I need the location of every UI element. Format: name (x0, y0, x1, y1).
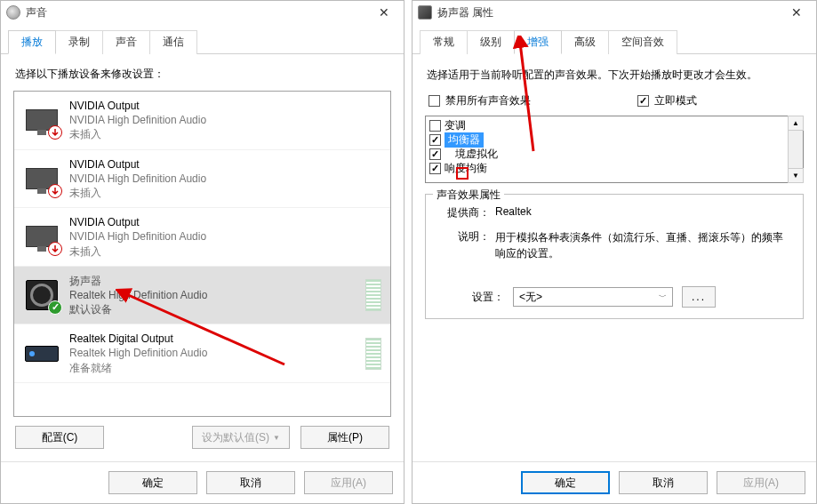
tab-sounds[interactable]: 声音 (102, 30, 150, 54)
arrow-down-icon (48, 125, 62, 140)
provider-value: Realtek (495, 205, 792, 220)
effect-row[interactable]: 环境虚拟化 (428, 147, 786, 161)
configure-button[interactable]: 配置(C) (15, 426, 104, 449)
effect-row[interactable]: 响度均衡 (428, 161, 786, 175)
instruction-text: 选择适用于当前聆听配置的声音效果。下次开始播放时更改才会生效。 (427, 67, 802, 83)
checkbox-icon (429, 95, 440, 107)
level-meter (365, 338, 381, 370)
apply-button: 应用(A) (717, 471, 805, 494)
device-name: NVIDIA Output (69, 215, 381, 229)
chevron-down-icon: ▼ (273, 434, 280, 442)
arrow-down-icon (48, 184, 62, 198)
descr-label: 说明： (437, 229, 490, 261)
tabstrip: 常规 级别 增强 高级 空间音效 (413, 24, 816, 54)
device-status: 未插入 (69, 244, 381, 259)
cancel-button[interactable]: 取消 (619, 471, 708, 494)
effect-row[interactable]: 均衡器 (428, 132, 786, 147)
properties-button[interactable]: 属性(P) (300, 426, 389, 449)
settings-label: 设置： (472, 290, 504, 305)
device-sub: NVIDIA High Definition Audio (69, 172, 381, 186)
scroll-up-icon[interactable]: ▲ (788, 116, 804, 131)
device-row[interactable]: Realtek Digital OutputRealtek High Defin… (14, 324, 390, 383)
device-sub: Realtek High Definition Audio (69, 288, 356, 302)
effect-properties-group: 声音效果属性 提供商： Realtek 说明： 用于模拟各种表演条件（如流行乐、… (425, 194, 804, 319)
provider-label: 提供商： (437, 205, 490, 220)
settings-combo[interactable]: <无> ﹀ (513, 287, 673, 307)
tab-levels[interactable]: 级别 (467, 30, 515, 54)
tab-advanced[interactable]: 高级 (561, 30, 609, 54)
chevron-down-icon: ﹀ (659, 292, 667, 303)
close-icon[interactable]: ✕ (364, 1, 404, 24)
device-sub: NVIDIA High Definition Audio (69, 229, 381, 244)
level-meter (365, 279, 381, 311)
ok-button[interactable]: 确定 (521, 471, 610, 494)
cancel-button[interactable]: 取消 (206, 471, 295, 494)
device-status: 未插入 (69, 186, 381, 200)
device-sub: NVIDIA High Definition Audio (69, 113, 381, 127)
device-text: 扬声器Realtek High Definition Audio默认设备 (69, 274, 356, 317)
device-row[interactable]: 扬声器Realtek High Definition Audio默认设备 (14, 267, 390, 325)
scrollbar[interactable]: ▲ ▼ (788, 116, 803, 182)
device-row[interactable]: NVIDIA OutputNVIDIA High Definition Audi… (14, 208, 390, 267)
disable-all-checkbox[interactable]: 禁用所有声音效果 (429, 93, 531, 108)
effect-label: 环境虚拟化 (445, 147, 498, 162)
device-row[interactable]: NVIDIA OutputNVIDIA High Definition Audi… (14, 150, 390, 209)
group-legend: 声音效果属性 (433, 188, 504, 203)
checkbox-icon (637, 95, 649, 107)
checkbox-icon (429, 148, 441, 160)
device-row[interactable]: NVIDIA OutputNVIDIA High Definition Audi… (14, 92, 390, 150)
sound-icon (6, 5, 20, 20)
tab-playback[interactable]: 播放 (8, 30, 56, 54)
device-icon (23, 102, 60, 138)
speaker-icon (418, 5, 432, 20)
apply-button: 应用(A) (304, 471, 393, 494)
device-text: NVIDIA OutputNVIDIA High Definition Audi… (69, 99, 381, 142)
instant-mode-checkbox[interactable]: 立即模式 (637, 93, 697, 108)
device-name: 扬声器 (69, 274, 356, 288)
tab-record[interactable]: 录制 (55, 30, 103, 54)
arrow-down-icon (48, 242, 62, 256)
instruction-text: 选择以下播放设备来修改设置： (15, 67, 389, 82)
set-default-button[interactable]: 设为默认值(S)▼ (192, 426, 290, 449)
titlebar: 扬声器 属性 ✕ (413, 1, 816, 24)
close-icon[interactable]: ✕ (776, 1, 816, 24)
device-icon (23, 277, 60, 313)
device-icon (23, 219, 60, 254)
descr-value: 用于模拟各种表演条件（如流行乐、直播、摇滚乐等）的频率响应的设置。 (495, 229, 792, 261)
device-name: Realtek Digital Output (69, 332, 356, 346)
ellipsis-icon: ... (692, 291, 706, 303)
device-text: NVIDIA OutputNVIDIA High Definition Audi… (69, 215, 381, 259)
scroll-down-icon[interactable]: ▼ (788, 168, 804, 183)
tabstrip: 播放 录制 声音 通信 (1, 24, 404, 54)
device-status: 默认设备 (69, 302, 356, 316)
device-name: NVIDIA Output (69, 157, 381, 172)
device-text: NVIDIA OutputNVIDIA High Definition Audi… (69, 157, 381, 201)
checkbox-icon (429, 120, 441, 132)
window-title: 声音 (26, 5, 47, 20)
effect-row[interactable]: 变调 (428, 118, 786, 132)
check-icon (48, 300, 62, 315)
tab-enhance[interactable]: 增强 (514, 30, 562, 54)
tab-comm[interactable]: 通信 (149, 30, 197, 54)
effect-label: 均衡器 (445, 132, 484, 148)
tab-general[interactable]: 常规 (420, 30, 468, 54)
settings-more-button[interactable]: ... (682, 286, 716, 308)
tab-spatial[interactable]: 空间音效 (608, 30, 677, 54)
ok-button[interactable]: 确定 (108, 471, 197, 494)
effects-list[interactable]: 变调均衡器环境虚拟化响度均衡 ▲ ▼ (425, 116, 804, 183)
window-title: 扬声器 属性 (437, 5, 493, 20)
checkbox-icon (429, 163, 441, 174)
device-status: 准备就绪 (69, 361, 356, 375)
checkbox-icon (429, 134, 441, 146)
annotation-marker (456, 167, 469, 180)
device-icon (23, 336, 60, 372)
device-icon (23, 161, 60, 196)
device-status: 未插入 (69, 127, 381, 141)
effect-label: 变调 (445, 118, 466, 133)
titlebar: 声音 ✕ (1, 1, 404, 24)
device-text: Realtek Digital OutputRealtek High Defin… (69, 332, 356, 375)
device-sub: Realtek High Definition Audio (69, 346, 356, 360)
device-name: NVIDIA Output (69, 99, 381, 113)
device-list[interactable]: NVIDIA OutputNVIDIA High Definition Audi… (13, 91, 391, 417)
